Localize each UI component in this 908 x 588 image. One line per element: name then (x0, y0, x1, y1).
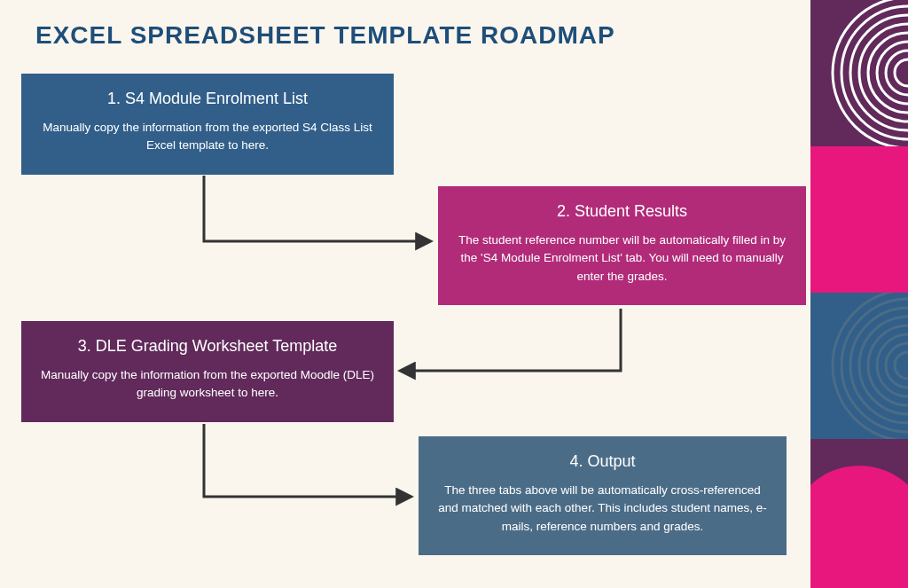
arrow-1-to-2 (204, 176, 430, 241)
concentric-circles-icon (810, 293, 908, 439)
svg-point-11 (868, 325, 908, 405)
step-2-desc: The student reference number will be aut… (456, 231, 788, 286)
step-4-desc: The three tabs above will be automatical… (436, 482, 769, 536)
svg-point-16 (810, 466, 908, 588)
step-4-box: 4. Output The three tabs above will be a… (419, 436, 787, 555)
svg-point-7 (833, 0, 908, 146)
step-4-heading: 4. Output (436, 452, 769, 471)
svg-point-3 (868, 33, 908, 113)
step-2-heading: 2. Student Results (456, 202, 788, 221)
arrow-2-to-3 (401, 309, 621, 371)
step-3-desc: Manually copy the information from the e… (39, 366, 376, 403)
svg-point-4 (859, 24, 908, 122)
step-3-heading: 3. DLE Grading Worksheet Template (39, 337, 376, 356)
concentric-circles-icon (810, 0, 908, 146)
svg-point-15 (833, 293, 908, 439)
step-1-heading: 1. S4 Module Enrolment List (39, 90, 376, 108)
step-2-box: 2. Student Results The student reference… (438, 186, 806, 305)
svg-point-8 (895, 352, 908, 379)
svg-point-0 (895, 59, 908, 86)
solid-circle-icon (810, 439, 908, 588)
sidebar-tile-1 (810, 0, 908, 146)
sidebar-tile-2 (810, 146, 908, 293)
sidebar-tile-4 (810, 439, 908, 588)
svg-point-1 (886, 51, 908, 95)
svg-point-12 (859, 317, 908, 414)
sidebar-tile-3 (810, 293, 908, 439)
step-3-box: 3. DLE Grading Worksheet Template Manual… (21, 321, 394, 422)
page-title: EXCEL SPREADSHEET TEMPLATE ROADMAP (35, 21, 615, 50)
arrow-3-to-4 (204, 424, 411, 497)
svg-point-9 (886, 343, 908, 388)
step-1-box: 1. S4 Module Enrolment List Manually cop… (21, 74, 394, 175)
step-1-desc: Manually copy the information from the e… (39, 119, 376, 155)
